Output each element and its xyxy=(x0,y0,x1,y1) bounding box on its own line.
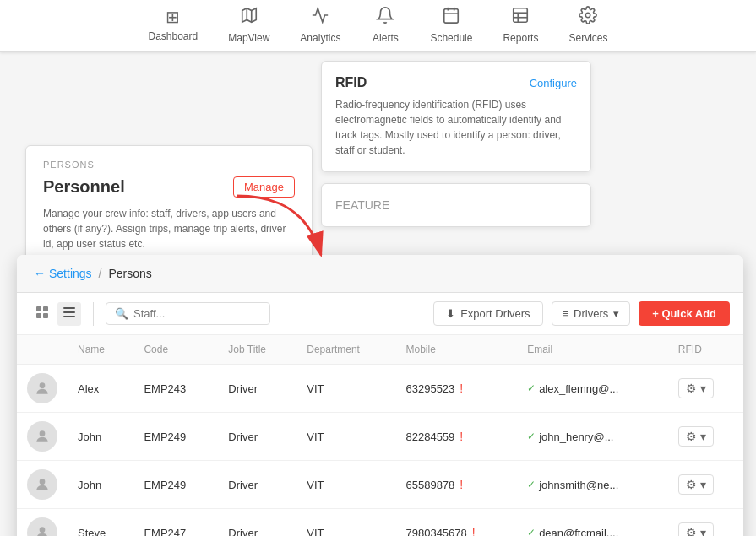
avatar-0 xyxy=(27,373,57,403)
dashboard-icon: ⊞ xyxy=(166,7,180,27)
nav-label-alerts: Alerts xyxy=(373,32,399,44)
table-row: John EMP249 Driver VIT 82284559! ✓ john_… xyxy=(17,413,743,461)
nav-item-mapview[interactable]: MapView xyxy=(213,0,285,53)
td-department-2: VIT xyxy=(296,461,395,509)
view-icons xyxy=(30,302,81,326)
nav-label-dashboard: Dashboard xyxy=(149,30,199,42)
td-department-1: VIT xyxy=(296,413,395,461)
td-department-3: VIT xyxy=(296,509,395,537)
gear-button-3[interactable]: ⚙ ▾ xyxy=(678,522,714,536)
persons-header: Personnel Manage xyxy=(43,176,295,198)
td-code-3: EMP247 xyxy=(133,509,218,537)
rfid-info-box: RFID Configure Radio-frequency identific… xyxy=(321,61,591,172)
th-avatar xyxy=(17,335,68,365)
rfid-title: RFID xyxy=(335,75,367,90)
svg-point-22 xyxy=(40,527,46,533)
top-navigation: ⊞ Dashboard MapView Analytics xyxy=(0,0,756,52)
email-check-icon: ✓ xyxy=(527,382,536,394)
table-header-row: Name Code Job Title Department Mobile Em… xyxy=(17,335,743,365)
search-input[interactable] xyxy=(133,307,261,320)
services-icon xyxy=(579,6,597,29)
back-arrow-icon: ← xyxy=(34,267,46,280)
panel-header: ← Settings / Persons xyxy=(17,255,743,293)
svg-point-20 xyxy=(40,430,46,436)
nav-label-analytics: Analytics xyxy=(300,32,340,44)
email-value: john_henry@... xyxy=(539,430,613,443)
persons-description: Manage your crew info: staff, drivers, a… xyxy=(43,206,295,252)
td-rfid-1: ⚙ ▾ xyxy=(668,413,743,461)
nav-item-reports[interactable]: Reports xyxy=(487,0,553,53)
filter-label: Drivers xyxy=(574,307,608,320)
email-value: dean@ftcmail.... xyxy=(539,527,618,537)
nav-label-schedule: Schedule xyxy=(430,32,472,44)
td-mobile-1: 82284559! xyxy=(395,413,517,461)
filter-dropdown[interactable]: ≡ Drivers ▾ xyxy=(552,301,631,326)
email-check-icon: ✓ xyxy=(527,479,536,490)
analytics-icon xyxy=(311,6,329,29)
quick-add-button[interactable]: + Quick Add xyxy=(639,301,730,326)
manage-button[interactable]: Manage xyxy=(233,176,295,198)
breadcrumb-current: Persons xyxy=(108,267,151,280)
td-department-0: VIT xyxy=(296,365,395,413)
gear-button-1[interactable]: ⚙ ▾ xyxy=(678,426,714,447)
svg-rect-12 xyxy=(36,306,41,311)
td-name-0: Alex xyxy=(68,365,133,413)
export-icon: ⬇ xyxy=(446,307,455,320)
rfid-configure-link[interactable]: Configure xyxy=(530,77,577,89)
td-avatar-1 xyxy=(17,413,68,461)
th-department: Department xyxy=(296,335,395,365)
main-content: RFID Configure Radio-frequency identific… xyxy=(0,52,756,536)
table-body: Alex EMP243 Driver VIT 63295523! ✓ alex_… xyxy=(17,365,743,537)
schedule-icon xyxy=(442,6,460,29)
back-link[interactable]: ← Settings xyxy=(34,267,92,280)
nav-item-alerts[interactable]: Alerts xyxy=(356,0,415,53)
search-box[interactable]: 🔍 xyxy=(106,302,270,325)
nav-item-services[interactable]: Services xyxy=(553,0,623,53)
svg-rect-2 xyxy=(444,8,459,23)
th-email: Email xyxy=(517,335,668,365)
table-row: Alex EMP243 Driver VIT 63295523! ✓ alex_… xyxy=(17,365,743,413)
export-label: Export Drivers xyxy=(460,307,530,320)
nav-label-reports: Reports xyxy=(503,32,538,44)
td-job-title-1: Driver xyxy=(218,413,296,461)
nav-item-dashboard[interactable]: ⊞ Dashboard xyxy=(133,0,214,51)
breadcrumb-back-label: Settings xyxy=(49,267,92,280)
export-drivers-button[interactable]: ⬇ Export Drivers xyxy=(433,301,542,326)
persons-card: PERSONS Personnel Manage Manage your cre… xyxy=(25,145,313,266)
td-avatar-0 xyxy=(17,365,68,413)
td-rfid-2: ⚙ ▾ xyxy=(668,461,743,509)
filter-icon: ≡ xyxy=(563,307,569,320)
grid-view-button[interactable] xyxy=(30,302,54,326)
svg-rect-6 xyxy=(514,8,528,22)
gear-button-2[interactable]: ⚙ ▾ xyxy=(678,474,714,495)
chevron-down-icon: ▾ xyxy=(613,307,619,320)
email-check-icon: ✓ xyxy=(527,430,536,442)
search-icon: 🔍 xyxy=(115,307,128,320)
mapview-icon xyxy=(240,6,258,29)
persons-section-label: PERSONS xyxy=(43,160,295,170)
reports-icon xyxy=(511,6,530,29)
nav-item-analytics[interactable]: Analytics xyxy=(285,0,356,53)
warning-icon: ! xyxy=(472,526,476,536)
td-code-0: EMP243 xyxy=(133,365,218,413)
svg-rect-14 xyxy=(36,313,41,318)
svg-rect-13 xyxy=(43,306,48,311)
td-name-2: John xyxy=(68,461,133,509)
gear-button-0[interactable]: ⚙ ▾ xyxy=(678,378,714,398)
persons-title: Personnel xyxy=(43,177,125,197)
list-view-button[interactable] xyxy=(57,302,81,326)
th-mobile: Mobile xyxy=(395,335,517,365)
td-avatar-3 xyxy=(17,509,68,537)
nav-label-services: Services xyxy=(568,32,607,44)
nav-label-mapview: MapView xyxy=(228,32,269,44)
toolbar-divider xyxy=(93,302,94,326)
warning-icon: ! xyxy=(460,478,463,491)
avatar-2 xyxy=(27,469,57,500)
svg-rect-15 xyxy=(43,313,48,318)
nav-item-schedule[interactable]: Schedule xyxy=(415,0,487,53)
td-mobile-3: 7980345678! xyxy=(395,509,517,537)
personnel-panel: ← Settings / Persons xyxy=(17,255,743,536)
td-name-3: Steve xyxy=(68,509,133,537)
feature-box: FEATURE xyxy=(321,183,591,227)
td-job-title-0: Driver xyxy=(218,365,296,413)
